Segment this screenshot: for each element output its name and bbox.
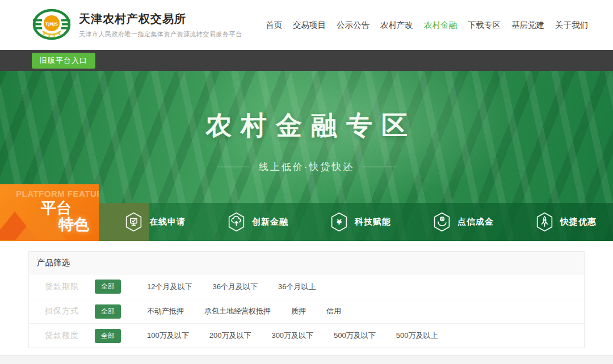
nav-item-downloads[interactable]: 下载专区 — [468, 20, 501, 31]
top-header: TJNJS 天津农村产权交易所 天津市人民政府唯一指定集体资产资源流转交易服务平… — [0, 0, 613, 50]
feature-item-innovative-finance[interactable]: 创新金融 — [201, 203, 304, 241]
main-content: 产品筛选 贷款期限 全部 12个月及以下 36个月及以下 36个月以上 担保方式… — [0, 241, 613, 355]
filter-option[interactable]: 质押 — [291, 306, 306, 316]
yuan-tech-icon: ¥ — [330, 212, 348, 232]
tagline-left-rule — [217, 167, 250, 167]
platform-features-panel: PLATFORM FEATURES 平台 特色 — [0, 184, 99, 241]
filter-option[interactable]: 500万及以下 — [334, 331, 376, 341]
nav-item-about-us[interactable]: 关于我们 — [555, 20, 588, 31]
all-filter-button[interactable]: 全部 — [95, 329, 121, 343]
logo-text: TJNJS — [45, 22, 58, 27]
feature-item-online-apply[interactable]: 在线申请 — [99, 203, 201, 241]
filter-row-guarantee-method: 担保方式 全部 不动产抵押 承包土地经营权抵押 质押 信用 — [29, 299, 584, 323]
nav-item-rural-reform[interactable]: 农村产改 — [380, 20, 413, 31]
cloud-finance-icon — [228, 212, 245, 232]
site-logo[interactable]: TJNJS 天津农村产权交易所 天津市人民政府唯一指定集体资产资源流转交易服务平… — [32, 9, 242, 41]
footer-strip — [0, 355, 613, 364]
hero-title: 农村金融专区 — [0, 108, 613, 143]
filter-label: 贷款额度 — [45, 331, 88, 341]
hero-tagline: 线上低价·快贷快还 — [259, 160, 355, 173]
rocket-icon — [536, 212, 553, 232]
feature-label: 创新金融 — [252, 217, 288, 227]
nav-item-rural-finance[interactable]: 农村金融 — [424, 20, 457, 31]
tagline-right-rule — [363, 167, 396, 167]
filter-label: 贷款期限 — [45, 282, 88, 292]
feature-label: 快捷优惠 — [560, 217, 597, 227]
site-subtitle: 天津市人民政府唯一指定集体资产资源流转交易服务平台 — [79, 30, 242, 39]
filter-option[interactable]: 100万及以下 — [147, 331, 189, 341]
hero-banner: 农村金融专区 线上低价·快贷快还 在线申请 创新金融 — [0, 71, 613, 241]
feature-label: 点信成金 — [457, 217, 494, 227]
monitor-check-icon — [125, 212, 142, 232]
filter-option[interactable]: 200万及以下 — [209, 331, 251, 341]
filter-option[interactable]: 500万及以上 — [396, 331, 438, 341]
platform-features-cn-line2: 特色 — [58, 214, 89, 235]
all-filter-button[interactable]: 全部 — [95, 304, 121, 319]
feature-item-credit-to-gold[interactable]: 点信成金 — [407, 203, 510, 241]
filter-option[interactable]: 12个月及以下 — [147, 282, 192, 292]
feature-bar: 在线申请 创新金融 ¥ 科技赋能 点信成金 — [99, 203, 613, 241]
site-title: 天津农村产权交易所 — [79, 11, 242, 27]
filter-option[interactable]: 36个月及以下 — [212, 282, 257, 292]
filter-option[interactable]: 36个月以上 — [278, 282, 316, 292]
filter-row-loan-amount: 贷款额度 全部 100万及以下 200万及以下 300万及以下 500万及以下 … — [29, 323, 584, 348]
old-platform-entry-button[interactable]: 旧版平台入口 — [32, 53, 95, 69]
filter-option[interactable]: 不动产抵押 — [147, 306, 184, 316]
feature-label: 科技赋能 — [355, 217, 391, 227]
nav-item-trade-projects[interactable]: 交易项目 — [293, 20, 326, 31]
nav-item-home[interactable]: 首页 — [266, 20, 282, 31]
filter-row-loan-term: 贷款期限 全部 12个月及以下 36个月及以下 36个月以上 — [29, 274, 584, 299]
hand-coin-icon — [433, 212, 451, 232]
nav-item-public-notice[interactable]: 公示公告 — [337, 20, 370, 31]
feature-item-tech-empowerment[interactable]: ¥ 科技赋能 — [304, 203, 407, 241]
feature-item-fast-discount[interactable]: 快捷优惠 — [510, 203, 612, 241]
platform-features-en: PLATFORM FEATURES — [16, 189, 99, 198]
main-nav: 首页 交易项目 公示公告 农村产改 农村金融 下载专区 基层党建 关于我们 — [266, 20, 588, 31]
hero-text-block: 农村金融专区 线上低价·快贷快还 — [0, 108, 613, 173]
filter-option[interactable]: 300万及以下 — [271, 331, 313, 341]
svg-text:¥: ¥ — [337, 218, 342, 226]
feature-label: 在线申请 — [149, 217, 186, 227]
filter-option[interactable]: 承包土地经营权抵押 — [204, 306, 271, 316]
product-filter-card: 产品筛选 贷款期限 全部 12个月及以下 36个月及以下 36个月以上 担保方式… — [28, 251, 585, 348]
filter-option[interactable]: 信用 — [326, 306, 341, 316]
nav-item-party-building[interactable]: 基层党建 — [511, 20, 544, 31]
all-filter-button[interactable]: 全部 — [95, 280, 121, 294]
sub-header-bar: 旧版平台入口 — [0, 50, 613, 71]
filter-label: 担保方式 — [45, 306, 88, 316]
brand-emblem-icon: TJNJS — [32, 9, 71, 41]
filter-card-title: 产品筛选 — [29, 252, 584, 274]
brand-text: 天津农村产权交易所 天津市人民政府唯一指定集体资产资源流转交易服务平台 — [79, 11, 242, 39]
hero-tagline-row: 线上低价·快贷快还 — [0, 160, 613, 173]
